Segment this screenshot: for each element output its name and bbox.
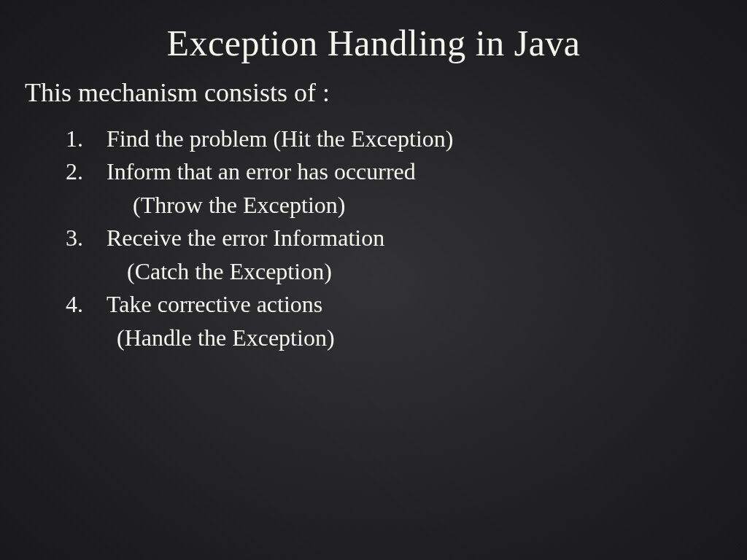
item-number: 1. — [66, 122, 107, 155]
list-item-sub: (Throw the Exception) — [66, 189, 718, 222]
item-number: 2. — [66, 155, 107, 188]
mechanism-list: 1. Find the problem (Hit the Exception) … — [29, 122, 718, 354]
item-number: 3. — [66, 222, 107, 254]
item-text: Inform that an error has occurred — [107, 155, 718, 188]
slide-subtitle: This mechanism consists of : — [25, 77, 718, 108]
list-item: 3. Receive the error Information — [66, 222, 718, 254]
item-text: Find the problem (Hit the Exception) — [107, 122, 718, 155]
item-subtext: (Catch the Exception) — [107, 255, 718, 288]
list-item: 4. Take corrective actions — [66, 288, 718, 321]
item-subtext: (Throw the Exception) — [107, 189, 718, 222]
list-item-sub: (Handle the Exception) — [66, 322, 718, 354]
item-text: Receive the error Information — [107, 222, 718, 254]
slide-title: Exception Handling in Java — [29, 22, 718, 64]
slide: Exception Handling in Java This mechanis… — [0, 0, 747, 560]
list-item-sub: (Catch the Exception) — [66, 255, 718, 288]
item-number: 4. — [66, 288, 107, 321]
item-subtext: (Handle the Exception) — [107, 322, 718, 354]
list-item: 2. Inform that an error has occurred — [66, 155, 718, 188]
list-item: 1. Find the problem (Hit the Exception) — [66, 122, 718, 155]
item-text: Take corrective actions — [107, 288, 718, 321]
